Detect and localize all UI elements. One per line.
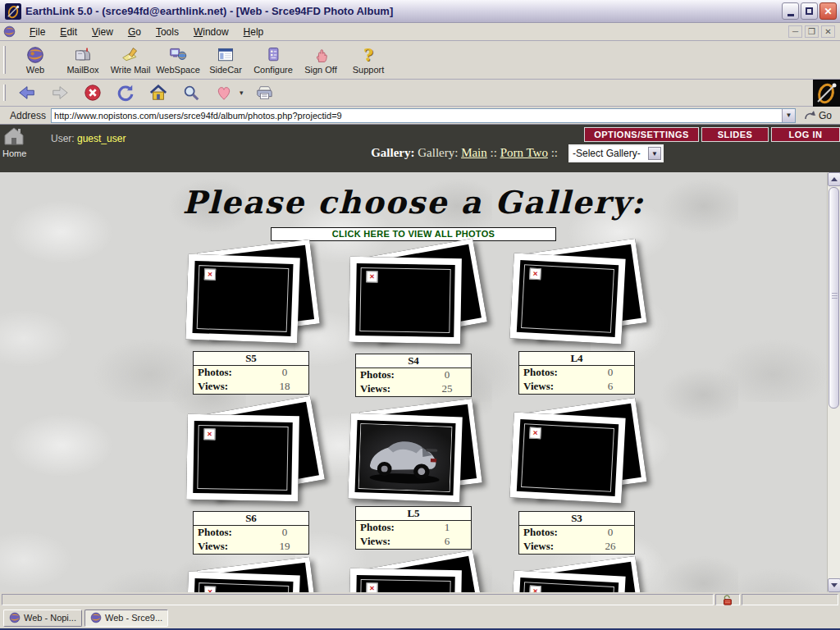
refresh-button[interactable]: [112, 81, 139, 104]
house-icon: [2, 127, 25, 145]
user-label: User:: [51, 133, 75, 144]
photos-count: 0: [587, 366, 634, 380]
address-dropdown-icon[interactable]: ▼: [782, 109, 795, 122]
gallery-thumb-l4[interactable]: ×: [507, 246, 646, 351]
select-gallery-dropdown[interactable]: -Select Gallery- ▼: [568, 144, 664, 162]
sign-off-button[interactable]: Sign Off: [297, 43, 345, 77]
menu-tools[interactable]: Tools: [148, 24, 186, 40]
gallery-thumb-s3[interactable]: ×: [507, 405, 646, 510]
log-in-button[interactable]: LOG IN: [771, 127, 840, 142]
gallery-thumb-partial-2[interactable]: ×: [345, 559, 484, 592]
gallery-info-l5[interactable]: L5 Photos:1 Views:6: [355, 506, 472, 550]
broken-image-icon: ×: [366, 271, 377, 282]
address-label: Address: [10, 110, 46, 121]
toolbar-gripper[interactable]: [3, 46, 6, 74]
back-icon: [18, 84, 36, 102]
gallery-thumb-partial-1[interactable]: ×: [182, 564, 322, 592]
photos-label: Photos:: [519, 526, 587, 540]
gallery-link-main[interactable]: Main: [461, 146, 487, 159]
views-label: Views:: [519, 540, 587, 554]
earthlink-orbit-logo: [813, 80, 840, 107]
menu-view[interactable]: View: [84, 24, 121, 40]
search-button[interactable]: [177, 81, 205, 104]
header-actions: OPTIONS/SETTINGS SLIDES LOG IN: [582, 127, 840, 142]
username: guest_user: [77, 133, 126, 144]
user-line: User: guest_user: [51, 133, 126, 144]
gallery-link-porn-two[interactable]: Porn Two: [500, 146, 548, 159]
options-settings-button[interactable]: OPTIONS/SETTINGS: [584, 127, 699, 142]
favorites-dropdown-icon[interactable]: ▾: [240, 89, 244, 97]
sign-off-label: Sign Off: [304, 65, 337, 75]
photos-count: 0: [587, 526, 634, 540]
views-label: Views:: [356, 535, 423, 549]
page-content: Please choose a Gallery: CLICK HERE TO V…: [0, 172, 827, 592]
gallery-info-s6[interactable]: S6 Photos:0 Views:19: [193, 511, 309, 555]
gallery-info-s4[interactable]: S4 Photos:0 Views:25: [355, 354, 472, 397]
gallery-info-l4[interactable]: L4 Photos:0 Views:6: [518, 351, 635, 395]
vertical-scrollbar[interactable]: [827, 172, 840, 592]
favorites-button[interactable]: [210, 81, 238, 104]
write-mail-button[interactable]: Write Mail: [107, 43, 154, 77]
views-count: 25: [423, 382, 471, 396]
menu-file[interactable]: File: [22, 24, 52, 40]
scrollbar-thumb[interactable]: [829, 187, 839, 409]
photo-stack-front: ×: [185, 254, 300, 344]
status-message-pane: [2, 594, 714, 605]
mdi-restore-button[interactable]: ❐: [805, 25, 819, 38]
go-button[interactable]: Go: [804, 110, 832, 121]
address-input[interactable]: [52, 109, 782, 122]
gallery-info-s3[interactable]: S3 Photos:0 Views:26: [518, 511, 635, 555]
minimize-button[interactable]: [782, 2, 799, 20]
back-button[interactable]: [13, 81, 41, 104]
stop-icon: [84, 84, 102, 102]
print-icon: [255, 84, 273, 102]
stop-button[interactable]: [79, 81, 107, 104]
address-bar: Address ▼ Go: [0, 107, 840, 125]
slides-button[interactable]: SLIDES: [701, 127, 769, 142]
mdi-minimize-button[interactable]: ─: [788, 25, 802, 38]
navbar-gripper[interactable]: [3, 84, 6, 101]
scroll-down-button[interactable]: [828, 578, 840, 592]
close-button[interactable]: ✕: [819, 2, 837, 20]
earthlink-logo-icon: [5, 3, 21, 20]
sidecar-label: SideCar: [209, 65, 242, 75]
forward-button[interactable]: [46, 81, 74, 104]
sidecar-button[interactable]: SideCar: [202, 43, 249, 77]
mdi-close-button[interactable]: ✕: [821, 25, 835, 38]
gallery-thumb-s6[interactable]: ×: [182, 405, 322, 510]
views-label: Views:: [519, 380, 587, 394]
gallery-thumb-partial-3[interactable]: ×: [507, 564, 646, 592]
photo-stack-front: ×: [186, 414, 299, 501]
photos-label: Photos:: [194, 526, 261, 540]
gallery-thumb-s4[interactable]: ×: [345, 248, 484, 353]
sign-off-hand-icon: [311, 46, 331, 64]
gallery-thumb-s5[interactable]: ×: [182, 246, 322, 351]
gallery-breadcrumb: Gallery: Gallery: Main :: Porn Two ::: [0, 146, 558, 160]
views-count: 18: [261, 380, 308, 394]
photos-label: Photos:: [356, 368, 423, 382]
menu-go[interactable]: Go: [121, 24, 148, 40]
task-button-srce94fd[interactable]: Web - Srce9...: [84, 609, 168, 627]
maximize-button[interactable]: [801, 2, 818, 20]
photos-label: Photos:: [519, 366, 587, 380]
home-icon: [149, 84, 167, 102]
menu-window[interactable]: Window: [186, 24, 236, 40]
print-button[interactable]: [250, 81, 278, 104]
home-button[interactable]: [144, 81, 172, 104]
photo-stack-front: [348, 413, 463, 503]
mailbox-button[interactable]: MailBox: [59, 43, 107, 77]
menu-help[interactable]: Help: [236, 24, 272, 40]
scroll-up-button[interactable]: [828, 172, 840, 186]
webspace-button[interactable]: WebSpace: [154, 43, 202, 77]
menu-edit[interactable]: Edit: [52, 24, 84, 40]
photos-count: 0: [261, 366, 308, 380]
web-button[interactable]: Web: [11, 43, 59, 77]
task-button-nopistons[interactable]: Web - Nopi...: [3, 609, 82, 627]
configure-button[interactable]: Configure: [249, 43, 297, 77]
broken-image-icon: ×: [204, 268, 216, 280]
support-button[interactable]: ? Support: [345, 43, 392, 77]
views-count: 26: [587, 540, 634, 554]
gallery-info-s5[interactable]: S5 Photos:0 Views:18: [193, 351, 309, 395]
view-all-photos-button[interactable]: CLICK HERE TO VIEW ALL PHOTOS: [271, 227, 556, 241]
gallery-thumb-l5[interactable]: [345, 405, 484, 510]
